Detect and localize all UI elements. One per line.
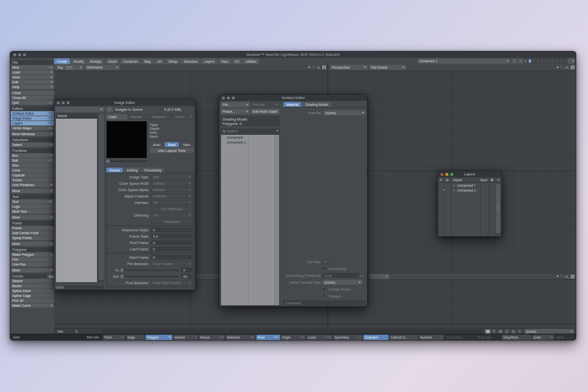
image-list-scrollbar[interactable]	[98, 113, 104, 283]
mode-button[interactable]: Local +F10	[306, 335, 332, 340]
layer-box[interactable]	[548, 59, 551, 63]
scrollbar-thumb[interactable]	[496, 184, 500, 234]
maximize-viewport-icon[interactable]	[571, 275, 574, 278]
form-field[interactable]: 0	[151, 240, 193, 245]
stepper-icon[interactable]: ‹›	[360, 274, 364, 277]
sidebar-item[interactable]: Image Editor F6	[11, 116, 54, 121]
pan-icon[interactable]: +	[308, 66, 311, 70]
main-tab[interactable]: Create	[54, 58, 70, 64]
sidebar-item[interactable]: Plot 1D	[11, 298, 54, 303]
mode-button[interactable]: Volume ^J	[173, 335, 198, 340]
sidebar-item[interactable]: Text +W	[11, 199, 54, 204]
surface-row[interactable]: Unnamed 1	[221, 140, 279, 145]
preset-dropdown[interactable]: Preset...	[220, 109, 250, 114]
time-mode-button[interactable]: Man	[179, 142, 194, 147]
sidebar-item[interactable]: Spline Draw	[11, 289, 54, 293]
expand-arrow-icon[interactable]	[453, 188, 457, 193]
sidebar-item[interactable]: More	[11, 242, 54, 246]
sidebar-item[interactable]: Editors	[11, 106, 54, 111]
sidebar-item[interactable]: Quit +Q	[11, 100, 54, 105]
sidebar-item[interactable]: Cone	[11, 168, 54, 172]
time-mode-button[interactable]: Auto	[149, 142, 164, 147]
layer-box[interactable]	[560, 59, 563, 63]
surface-search-box[interactable]: Search	[220, 128, 280, 134]
mode-button[interactable]: Drop Tool	[476, 335, 501, 340]
in-value-field[interactable]: 0	[181, 268, 193, 272]
smoothing-checkbox[interactable]	[322, 267, 326, 270]
sidebar-item[interactable]: Save	[11, 75, 54, 79]
layer-box[interactable]	[564, 59, 567, 63]
sidebar-item[interactable]: Ball +O	[11, 158, 54, 163]
sidebar-item[interactable]: Logo	[11, 204, 54, 209]
form-control[interactable]: Use Mipmaps	[151, 206, 193, 211]
sidebar-item[interactable]: Help	[11, 85, 54, 89]
surface-editor-titlebar[interactable]: Surface Editor	[220, 95, 367, 101]
time-mode-button[interactable]: Real	[165, 142, 179, 147]
mode-button[interactable]: Catmull-Cl...	[389, 335, 418, 340]
opaque-checkbox[interactable]	[322, 294, 326, 298]
object-selector-dropdown[interactable]: Unnamed 1	[417, 58, 511, 64]
image-editor-titlebar[interactable]: Image Editor	[54, 99, 195, 106]
main-tab[interactable]: Utilities	[243, 58, 260, 64]
sidebar-item[interactable]: Load	[11, 70, 54, 74]
image-sort-dropdown[interactable]	[55, 107, 104, 112]
sidebar-item[interactable]: Edit	[11, 80, 54, 84]
main-tab[interactable]: View	[218, 58, 231, 64]
image-action-button[interactable]: Clone	[173, 114, 194, 120]
mode-button[interactable]: Pivot +F7	[256, 335, 280, 340]
mode-button[interactable]: Undo ^Z	[532, 335, 554, 340]
mode-button[interactable]: Set Surface...	[444, 335, 475, 340]
view-type-dropdown[interactable]: Top (XZ)	[55, 65, 84, 70]
rotate-icon[interactable]: ↻	[560, 66, 564, 70]
sidebar-item[interactable]: Bezier	[11, 284, 54, 288]
rotate-icon[interactable]: ↻	[312, 66, 315, 70]
form-control[interactable]: Off	[151, 213, 193, 218]
layer-box[interactable]	[544, 59, 547, 63]
material-dropdown[interactable]: (none)	[323, 110, 366, 115]
layer-check[interactable]	[438, 188, 451, 192]
sidebar-item[interactable]: Spline Cage	[11, 294, 54, 298]
main-tab[interactable]: Multiply	[87, 58, 105, 64]
mode-button[interactable]: Selection +F8	[225, 335, 255, 340]
view-type-dropdown[interactable]: Perspective	[330, 65, 368, 70]
main-tab[interactable]: I/O	[232, 58, 242, 64]
prev-object-button[interactable]: ‹	[512, 58, 517, 64]
foreground-column-header[interactable]: F	[438, 178, 444, 182]
main-tab[interactable]: UV	[154, 58, 165, 64]
layer-box[interactable]	[536, 59, 539, 63]
name-column-header[interactable]: Name	[451, 178, 480, 182]
shade-mode-dropdown[interactable]	[370, 274, 390, 279]
post-behavior-dropdown[interactable]: Hold Start Frame	[151, 280, 193, 285]
out-value-field[interactable]: 60	[181, 274, 193, 279]
shade-mode-dropdown[interactable]: Wireframe	[85, 65, 120, 70]
image-editor-tab[interactable]: Editing	[124, 168, 140, 172]
preview-slider[interactable]	[106, 160, 147, 162]
sidebar-item[interactable]: Primitives	[11, 148, 54, 153]
edit-node-graph-button[interactable]: Edit Node Graph	[251, 109, 280, 114]
mode-button[interactable]: Subpatch	[363, 335, 388, 340]
sidebar-item[interactable]: Select	[11, 143, 54, 147]
view-toggle-button[interactable]: C	[504, 329, 510, 334]
form-field[interactable]: 0.0	[151, 234, 193, 239]
sidebar-item[interactable]: Layers F7	[11, 121, 54, 125]
use-layout-time-button[interactable]: Use Layout Time	[149, 148, 194, 153]
surface-editor-tab[interactable]: Material	[283, 102, 301, 107]
zoom-icon[interactable]	[565, 66, 568, 69]
chevron-down-icon[interactable]	[495, 179, 501, 181]
window-titlebar[interactable]: Modeler™ NewTek LightWave 3D® 2020.0.2 (…	[10, 51, 576, 58]
double-sided-checkbox[interactable]	[322, 287, 326, 291]
layer-strip-menu[interactable]	[568, 58, 574, 64]
image-list[interactable]	[55, 118, 98, 283]
pan-icon[interactable]: +	[557, 274, 559, 278]
in-slider[interactable]	[121, 270, 179, 271]
sidebar-item[interactable]: More	[11, 215, 54, 220]
mode-button[interactable]: Drop/Rest... /	[502, 335, 531, 340]
layer-box[interactable]	[556, 59, 559, 63]
slider-thumb[interactable]	[106, 160, 110, 163]
mode-button[interactable]: Point ^G	[103, 335, 125, 340]
layer-box[interactable]	[540, 59, 543, 63]
file-dropdown[interactable]: File...	[220, 102, 250, 107]
image-list-hscrollbar[interactable]	[55, 286, 104, 289]
main-tab[interactable]: Selection	[181, 58, 201, 64]
sidebar-item[interactable]: Close	[11, 91, 54, 95]
